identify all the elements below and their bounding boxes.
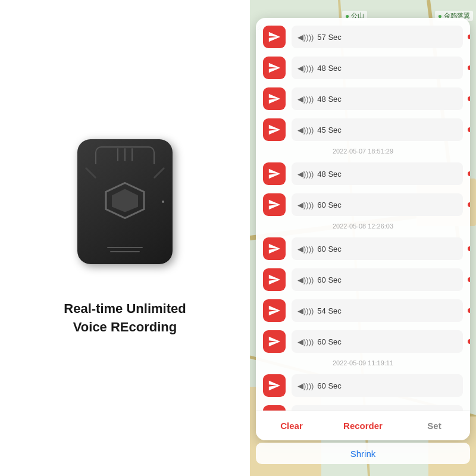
sound-waves-icon: ◀)))) <box>298 126 314 134</box>
left-panel: Real-time Unlimited Voice REcording <box>0 0 250 476</box>
phone-panel: ◀)))) 57 Sec ◀)))) 48 Sec <box>256 18 470 440</box>
rec-duration: 60 Sec <box>317 275 341 284</box>
shrink-bar[interactable]: Shrink <box>256 443 470 464</box>
bottom-tab-bar: Clear Recorder Set <box>256 411 470 440</box>
list-item[interactable]: ◀)))) 45 Sec <box>256 114 470 145</box>
unread-dot <box>468 171 470 176</box>
recording-icon <box>263 330 286 353</box>
rec-duration: 60 Sec <box>317 245 341 253</box>
paper-plane-icon <box>268 92 281 105</box>
list-item[interactable]: ◀)))) 54 Sec <box>256 295 470 326</box>
rec-duration: 48 Sec <box>317 64 341 73</box>
list-item[interactable]: ◀)))) 13 Sec <box>256 401 470 411</box>
shrink-text[interactable]: Shrink <box>350 449 376 459</box>
list-item[interactable]: ◀)))) 60 Sec <box>256 326 470 357</box>
recording-bar: ◀)))) 48 Sec <box>292 162 463 185</box>
paper-plane-icon <box>268 379 281 392</box>
date-separator-1: 2022-05-07 18:51:29 <box>256 145 470 158</box>
unread-dot <box>468 339 470 344</box>
recording-icon <box>263 118 286 141</box>
sound-waves-icon: ◀)))) <box>298 275 314 284</box>
tab-clear[interactable]: Clear <box>256 421 327 431</box>
recording-bar: ◀)))) 45 Sec <box>292 118 463 141</box>
list-item[interactable]: ◀)))) 57 Sec <box>256 21 470 52</box>
paper-plane-icon <box>268 61 281 74</box>
rec-duration: 48 Sec <box>317 170 341 178</box>
recording-icon <box>263 374 286 397</box>
sound-waves-icon: ◀)))) <box>298 64 314 73</box>
paper-plane-icon <box>268 198 281 211</box>
recordings-list[interactable]: ◀)))) 57 Sec ◀)))) 48 Sec <box>256 18 470 411</box>
recording-bar: ◀)))) 57 Sec <box>292 26 463 48</box>
recording-icon <box>263 299 286 322</box>
recording-bar: ◀)))) 54 Sec <box>292 299 463 322</box>
rec-duration: 45 Sec <box>317 126 341 134</box>
recording-bar: ◀)))) 60 Sec <box>292 330 463 353</box>
recording-bar: ◀)))) 60 Sec <box>292 268 463 291</box>
sound-waves-icon: ◀)))) <box>298 337 314 346</box>
right-panel: ● 公山 ● 金鸡落翼 岗立交 玉 金 Bai度地图 ◀)))) 57 Sec <box>250 0 476 476</box>
tab-recorder[interactable]: Recorder <box>327 421 399 431</box>
sound-waves-icon: ◀)))) <box>298 201 314 209</box>
paper-plane-icon <box>268 410 281 411</box>
recording-bar: ◀)))) 48 Sec <box>292 87 463 110</box>
svg-marker-1 <box>112 189 138 212</box>
date-separator-3: 2022-05-09 11:19:11 <box>256 357 470 370</box>
recording-icon <box>263 87 286 110</box>
paper-plane-icon <box>268 304 281 317</box>
list-item[interactable]: ◀)))) 60 Sec <box>256 189 470 220</box>
list-item[interactable]: ◀)))) 48 Sec <box>256 158 470 189</box>
sound-waves-icon: ◀)))) <box>298 381 314 390</box>
recording-bar: ◀)))) 60 Sec <box>292 374 463 397</box>
rec-duration: 48 Sec <box>317 95 341 104</box>
unread-dot <box>468 96 470 101</box>
list-item[interactable]: ◀)))) 60 Sec <box>256 370 470 401</box>
paper-plane-icon <box>268 242 281 255</box>
recording-bar: ◀)))) 60 Sec <box>292 193 463 216</box>
list-item[interactable]: ◀)))) 60 Sec <box>256 233 470 264</box>
paper-plane-icon <box>268 123 281 136</box>
unread-dot <box>468 246 470 251</box>
unread-dot <box>468 202 470 207</box>
recording-icon <box>263 405 286 411</box>
paper-plane-icon <box>268 273 281 286</box>
date-separator-2: 2022-05-08 12:26:03 <box>256 220 470 233</box>
unread-dot <box>468 127 470 132</box>
hex-logo-icon <box>104 181 146 220</box>
rec-duration: 60 Sec <box>317 337 341 346</box>
sound-waves-icon: ◀)))) <box>298 170 314 178</box>
device-body <box>77 139 173 264</box>
rec-duration: 54 Sec <box>317 306 341 315</box>
unread-dot <box>468 277 470 282</box>
list-item[interactable]: ◀)))) 48 Sec <box>256 83 470 114</box>
recording-icon <box>263 193 286 216</box>
sound-waves-icon: ◀)))) <box>298 33 314 42</box>
caption: Real-time Unlimited Voice REcording <box>64 300 186 337</box>
tab-set[interactable]: Set <box>399 421 470 431</box>
unread-dot <box>468 35 470 39</box>
recording-icon <box>263 268 286 291</box>
unread-dot <box>468 308 470 313</box>
list-item[interactable]: ◀)))) 60 Sec <box>256 264 470 295</box>
sound-waves-icon: ◀)))) <box>298 306 314 315</box>
paper-plane-icon <box>268 167 281 180</box>
recording-bar: ◀)))) 60 Sec <box>292 237 463 260</box>
sound-waves-icon: ◀)))) <box>298 245 314 253</box>
recording-icon <box>263 162 286 185</box>
rec-duration: 57 Sec <box>317 33 341 42</box>
list-item[interactable]: ◀)))) 48 Sec <box>256 52 470 83</box>
recording-bar: ◀)))) 48 Sec <box>292 57 463 79</box>
sound-waves-icon: ◀)))) <box>298 95 314 104</box>
recording-icon <box>263 237 286 260</box>
unread-dot <box>468 65 470 70</box>
rec-duration: 60 Sec <box>317 381 341 390</box>
recording-bar: ◀)))) 13 Sec <box>292 405 463 411</box>
paper-plane-icon <box>268 30 281 43</box>
paper-plane-icon <box>268 335 281 348</box>
rec-duration: 60 Sec <box>317 201 341 209</box>
device-image <box>71 139 178 276</box>
recording-icon <box>263 26 286 48</box>
recording-icon <box>263 57 286 79</box>
